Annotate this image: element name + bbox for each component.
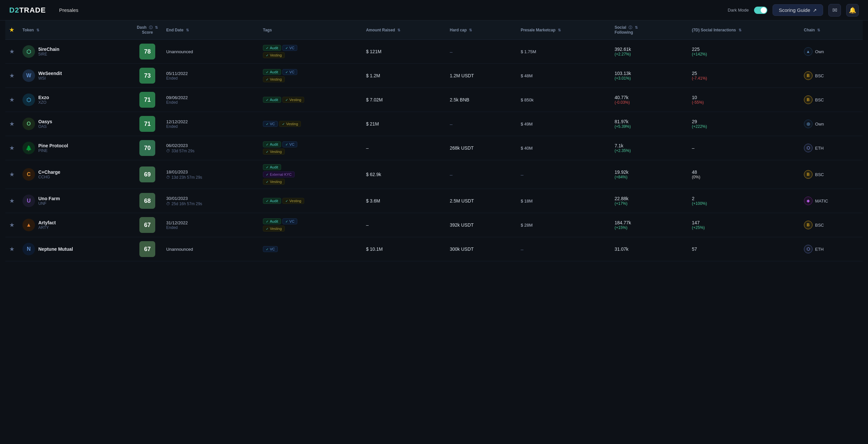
token-cell: O Oasys OAS [19,112,132,136]
token-details: 5ireChain 5IRE [38,47,59,57]
table-row: ★ ⬡ 5ireChain 5IRE 78Unannounced✓Audit✓V… [5,40,863,64]
tag-check-icon: ✓ [266,180,269,184]
social-following-cell: 184.77k (+15%) [611,213,688,237]
tag-check-icon: ✓ [266,54,269,57]
token-logo: ⬡ [23,93,35,106]
chain-info: B BSC [804,170,859,179]
tag-audit: ✓Audit [263,218,281,224]
tag-audit: ✓Audit [263,97,281,103]
token-cell: ⬡ 5ireChain 5IRE [19,40,132,64]
chain-info: ⬡ ETH [804,144,859,152]
chain-cell: B BSC [800,88,863,112]
th-hard-cap[interactable]: Hard cap ⇅ [446,21,517,40]
social-following-cell: 7.1k (+2.35%) [611,136,688,160]
notifications-button[interactable]: 🔔 [846,4,859,17]
tag-row: ✓Audit✓VC [263,69,358,75]
social-change: (+5.39%) [615,124,684,129]
7d-social-cell: 29 (+222%) [688,112,800,136]
favorite-star[interactable]: ★ [9,145,14,151]
7dsocial-sort-icon: ⇅ [739,28,742,32]
dark-mode-toggle[interactable] [754,7,767,14]
amount-raised-cell: $ 1.2M [362,64,446,88]
table-row: ★ ⬡ Exzo XZO 71 09/06/2022 Ended ✓Audit✓… [5,88,863,112]
tags-cell: ✓Audit✓VC✓Vesting [259,64,362,88]
token-info: O Oasys OAS [23,118,128,130]
social-following-cell: 31.07k [611,237,688,261]
th-token[interactable]: Token ⇅ [19,21,132,40]
th-chain[interactable]: Chain ⇅ [800,21,863,40]
chain-cell: ◈ MATIC [800,189,863,213]
favorite-star[interactable]: ★ [9,72,14,79]
social-following-value: 184.77k [615,220,684,225]
token-info: ▲ Artyfact ARTY [23,219,128,231]
score-cell: 68 [132,189,162,213]
tag-vesting: ✓Vesting [263,226,285,232]
amount-value: $ 1.2M [366,73,442,78]
tag-row: ✓Audit [263,164,358,170]
tag-vc: ✓VC [282,141,297,147]
messages-button[interactable]: ✉ [828,4,841,17]
favorite-cell: ★ [5,112,19,136]
nav-presales[interactable]: Presales [57,6,81,14]
tag-row: ✓VC [263,246,358,252]
favorite-star[interactable]: ★ [9,121,14,127]
favorite-star[interactable]: ★ [9,171,14,178]
token-details: Neptune Mutual [38,246,73,252]
favorite-star[interactable]: ★ [9,48,14,55]
social-following-cell: 81.97k (+5.39%) [611,112,688,136]
7d-social-cell: 10 (-55%) [688,88,800,112]
tags-list: ✓VC [263,246,358,252]
token-logo: U [23,195,35,207]
tag-check-icon: ✓ [285,220,288,223]
social-following-value: 40.77k [615,95,684,100]
th-amount-raised[interactable]: Amount Raised ⇅ [362,21,446,40]
presale-marketcap-cell: $ 48M [517,64,610,88]
logo: D2TRADE [9,6,46,14]
presale-mc-value: $ 48M [521,73,532,78]
social-following-cell: 392.61k (+2.27%) [611,40,688,64]
favorite-star[interactable]: ★ [9,198,14,204]
tag-check-icon: ✓ [266,98,269,102]
th-7d-social[interactable]: (7D) Social Interactions ⇅ [688,21,800,40]
end-date-text: 12/12/2022 [166,119,255,124]
hard-cap-value: 392k USDT [450,222,474,228]
hard-cap-value: – [450,121,453,127]
th-social-following[interactable]: Social ⓘ ⇅Following [611,21,688,40]
table-row: ★ 🌲 Pine Protocol PINE 70 06/02/2023 ⏱33… [5,136,863,160]
tag-row: ✓Vesting [263,52,358,58]
header-right: Dark Mode Scoring Guide ↗ ✉ 🔔 [727,4,859,17]
amount-raised-cell: $ 7.02M [362,88,446,112]
interactions-change: (+100%) [692,201,796,206]
favorite-star[interactable]: ★ [9,96,14,103]
score-badge: 67 [140,241,155,257]
hard-cap-cell: 2.5M USDT [446,189,517,213]
hard-cap-value: – [450,49,453,55]
favorite-cell: ★ [5,136,19,160]
th-presale-marketcap[interactable]: Presale Marketcap ⇅ [517,21,610,40]
th-end-date[interactable]: End Date ⇅ [162,21,259,40]
social-following-value: 22.88k [615,196,684,201]
chain-cell: B BSC [800,64,863,88]
hard-cap-cell: 392k USDT [446,213,517,237]
scoring-guide-button[interactable]: Scoring Guide ↗ [773,4,823,16]
dash-info-icon[interactable]: ⓘ [149,25,153,30]
presale-mc-value: $ 28M [521,223,532,228]
7d-social-cell: 2 (+100%) [688,189,800,213]
social-info-icon[interactable]: ⓘ [628,25,632,30]
tag-check-icon: ✓ [266,166,269,169]
favorite-star[interactable]: ★ [9,246,14,253]
end-date-status: Ended [166,225,255,230]
token-name: Artyfact [38,220,56,225]
presale-marketcap-cell: $ 1.75M [517,40,610,64]
th-dash-score[interactable]: Dash ⓘ ⇅Score [132,21,162,40]
interactions-change: (+25%) [692,225,796,230]
social-following-value: 19.92k [615,170,684,175]
social-change: (+84%) [615,175,684,179]
chain-logo: B [804,170,812,179]
tag-check-icon: ✓ [285,199,288,203]
amount-value: $ 3.6M [366,198,442,204]
tag-check-icon: ✓ [266,220,269,223]
tag-row: ✓Audit✓VC [263,141,358,147]
tag-row: ✓Audit✓VC [263,45,358,51]
favorite-star[interactable]: ★ [9,222,14,228]
